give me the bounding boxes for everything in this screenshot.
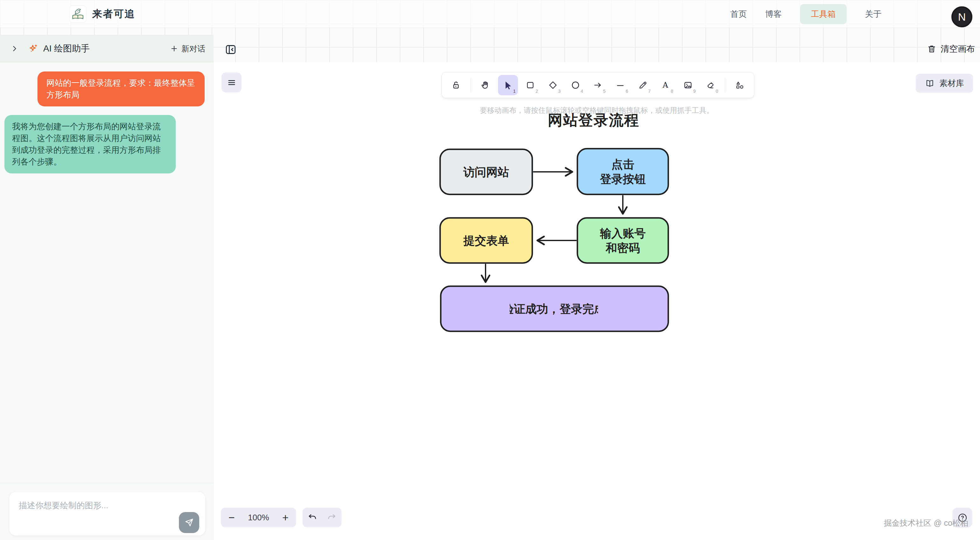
brand-logo-icon bbox=[69, 5, 86, 22]
tool-selection[interactable]: 1 bbox=[498, 75, 518, 95]
nav-item-home[interactable]: 首页 bbox=[730, 9, 747, 20]
canvas-menu-button[interactable] bbox=[221, 72, 242, 92]
zoom-out-button[interactable]: − bbox=[229, 512, 235, 523]
nav-item-blog[interactable]: 博客 bbox=[765, 9, 782, 20]
tool-diamond[interactable]: 3 bbox=[543, 75, 563, 95]
sidebar-title-wrap: AI 绘图助手 bbox=[28, 43, 90, 55]
app-page: 来者可追 首页 博客 工具箱 关于 N AI 绘图助手 bbox=[0, 0, 980, 540]
nav-item-toolbox[interactable]: 工具箱 bbox=[800, 4, 846, 24]
sidebar-header: AI 绘图助手 新对话 bbox=[0, 35, 213, 62]
ellipse-icon bbox=[570, 80, 581, 90]
sidebar-gap bbox=[0, 28, 213, 35]
watermark: 掘金技术社区 @ co松柏 bbox=[884, 518, 968, 528]
tool-rectangle[interactable]: 2 bbox=[520, 75, 541, 95]
sparkle-icon bbox=[28, 43, 39, 54]
brand[interactable]: 来者可追 bbox=[69, 0, 135, 28]
redo-button[interactable] bbox=[326, 511, 337, 524]
zoom-level[interactable]: 100% bbox=[248, 513, 269, 523]
sidebar-collapse-button[interactable] bbox=[8, 42, 21, 55]
chat-input[interactable] bbox=[9, 491, 205, 536]
top-navbar: 来者可追 首页 博客 工具箱 关于 N bbox=[0, 0, 980, 28]
paper-plane-icon bbox=[184, 518, 194, 527]
undo-icon bbox=[307, 511, 318, 522]
panel-collapse-icon bbox=[224, 43, 237, 56]
chat-message-list: 网站的一般登录流程，要求：最终整体呈方形布局 我将为您创建一个方形布局的网站登录… bbox=[0, 62, 213, 483]
send-button[interactable] bbox=[179, 512, 199, 533]
cursor-icon bbox=[503, 80, 513, 90]
clear-canvas-label: 清空画布 bbox=[940, 43, 975, 55]
flow-node-label-success: 验证成功，登录完成 bbox=[502, 302, 605, 315]
eraser-icon bbox=[705, 80, 716, 90]
clear-canvas-button[interactable]: 清空画布 bbox=[927, 42, 975, 56]
flow-node-label-submit: 提交表单 bbox=[463, 234, 509, 247]
diagram-title[interactable]: 网站登录流程 bbox=[548, 111, 640, 130]
line-icon bbox=[615, 80, 625, 90]
tool-hand[interactable] bbox=[476, 75, 495, 95]
sidebar-title: AI 绘图助手 bbox=[43, 43, 90, 55]
new-chat-button[interactable]: 新对话 bbox=[170, 43, 205, 54]
trash-icon bbox=[927, 44, 937, 54]
tool-draw[interactable]: 7 bbox=[633, 75, 653, 95]
chat-sidebar: AI 绘图助手 新对话 网站的一般登录流程，要求：最终整体呈方形布局 我将为您创… bbox=[0, 28, 213, 540]
library-label: 素材库 bbox=[939, 78, 964, 89]
zoom-in-button[interactable]: + bbox=[282, 512, 288, 523]
undo-button[interactable] bbox=[307, 511, 318, 524]
tool-arrow[interactable]: 5 bbox=[588, 75, 608, 95]
chevron-right-icon bbox=[10, 44, 19, 53]
zoom-control: − 100% + bbox=[221, 508, 296, 527]
hand-icon bbox=[480, 80, 490, 90]
toolbar-divider bbox=[725, 78, 725, 92]
draw-toolbar: 1 2 3 4 5 bbox=[442, 72, 754, 98]
text-icon: A bbox=[660, 80, 670, 90]
rectangle-icon bbox=[525, 80, 535, 90]
tool-shapes[interactable] bbox=[730, 75, 749, 95]
arrow-icon bbox=[593, 80, 603, 90]
flow-node-credentials[interactable] bbox=[578, 218, 668, 263]
toolbar-divider bbox=[471, 78, 471, 92]
chat-message-assistant: 我将为您创建一个方形布局的网站登录流程图。这个流程图将展示从用户访问网站到成功登… bbox=[5, 115, 176, 173]
history-control bbox=[302, 508, 342, 527]
pencil-icon bbox=[638, 80, 648, 90]
lock-open-icon bbox=[451, 80, 461, 90]
plus-icon bbox=[170, 44, 178, 53]
tool-text[interactable]: A 8 bbox=[655, 75, 676, 95]
brand-name: 来者可追 bbox=[92, 7, 135, 21]
new-chat-label: 新对话 bbox=[181, 43, 205, 54]
nav-links: 首页 博客 工具箱 关于 bbox=[730, 0, 881, 28]
panel-toggle-button[interactable] bbox=[224, 43, 238, 57]
image-icon bbox=[683, 80, 693, 90]
redo-icon bbox=[326, 511, 337, 522]
library-button[interactable]: 素材库 bbox=[916, 74, 973, 93]
nav-item-about[interactable]: 关于 bbox=[865, 9, 881, 20]
tool-eraser[interactable]: 0 bbox=[700, 75, 721, 95]
shapes-icon bbox=[735, 80, 745, 90]
flow-node-click[interactable] bbox=[578, 149, 668, 194]
svg-text:A: A bbox=[662, 81, 668, 90]
diamond-icon bbox=[548, 80, 558, 90]
user-avatar[interactable]: N bbox=[951, 6, 972, 27]
chat-message-user: 网站的一般登录流程，要求：最终整体呈方形布局 bbox=[38, 71, 205, 106]
hamburger-icon bbox=[227, 78, 236, 87]
book-icon bbox=[925, 78, 935, 88]
flow-node-label-visit: 访问网站 bbox=[463, 165, 509, 178]
tool-image[interactable]: 9 bbox=[678, 75, 698, 95]
tool-ellipse[interactable]: 4 bbox=[565, 75, 585, 95]
chat-input-panel bbox=[0, 483, 213, 540]
tool-line[interactable]: 6 bbox=[611, 75, 630, 95]
tool-lock[interactable] bbox=[446, 75, 466, 95]
